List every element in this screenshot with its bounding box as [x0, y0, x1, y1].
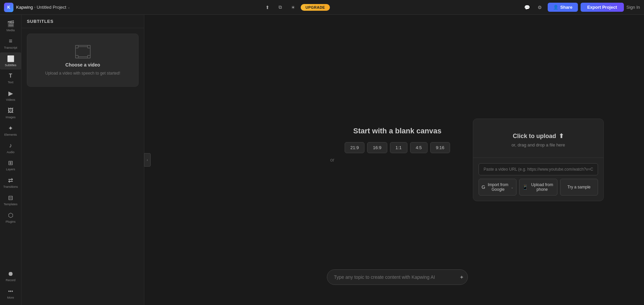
topbar-center: ⬆ ⧉ ☀ UPGRADE — [262, 2, 330, 12]
import-google-label: Import from Google — [487, 182, 509, 192]
topbar-left: K Kapwing › Untitled Project ⌄ — [4, 3, 70, 12]
sidebar-label-plugins: Plugins — [6, 220, 16, 224]
subtitles-icon: ⬜ — [7, 55, 14, 62]
upload-text-label: Click to upload — [513, 133, 556, 140]
ratio-9-16[interactable]: 9:16 — [430, 142, 450, 153]
upload-sub-text: or, drag and drop a file here — [511, 142, 565, 147]
sidebar-item-record[interactable]: ⏺ Record — [0, 267, 21, 285]
sidebar-item-templates[interactable]: ⊟ Templates — [0, 191, 21, 209]
sidebar-item-media[interactable]: 🎬 Media — [0, 17, 21, 35]
ai-submit-button[interactable]: ✦ — [459, 274, 464, 280]
gear-btn[interactable]: ⚙ — [535, 2, 545, 12]
chat-btn[interactable]: 💬 — [522, 2, 532, 12]
history-btn[interactable]: ⧉ — [275, 2, 285, 12]
blank-canvas-section: Start with a blank canvas 21:9 16:9 1:1 … — [345, 127, 450, 153]
record-icon: ⏺ — [7, 270, 14, 277]
upload-card: Click to upload ⬆ or, drag and drop a fi… — [473, 119, 604, 201]
sidebar-label-more: More — [7, 296, 14, 300]
share-button[interactable]: 👤 Share — [548, 3, 578, 12]
import-google-button[interactable]: G Import from Google ⌄ — [479, 179, 516, 195]
upgrade-button[interactable]: UPGRADE — [301, 4, 330, 11]
text-icon: T — [7, 72, 14, 80]
sidebar-label-templates: Templates — [4, 203, 17, 206]
share-label: Share — [560, 5, 573, 10]
sidebar-item-transitions[interactable]: ⇄ Transitions — [0, 174, 21, 191]
canvas-area: Start with a blank canvas 21:9 16:9 1:1 … — [151, 15, 644, 305]
sidebar-item-layers[interactable]: ⊞ Layers — [0, 157, 21, 174]
upload-main-text: Click to upload ⬆ — [513, 132, 564, 140]
audio-icon: ♪ — [7, 142, 14, 149]
upload-actions: G Import from Google ⌄ 📱 Upload from pho… — [479, 179, 598, 195]
panel-title: SUBTITLES — [21, 15, 144, 28]
sidebar: 🎬 Media ≡ Transcript ⬜ Subtitles T Text … — [0, 15, 21, 305]
blank-canvas-title: Start with a blank canvas — [353, 127, 442, 135]
body-layout: 🎬 Media ≡ Transcript ⬜ Subtitles T Text … — [0, 15, 644, 305]
export-button[interactable]: Export Project — [581, 3, 624, 12]
plugins-icon: ⬡ — [7, 212, 14, 219]
sidebar-label-transitions: Transitions — [3, 185, 18, 189]
sidebar-label-videos: Videos — [6, 98, 15, 102]
upload-phone-label: Upload from phone — [530, 182, 554, 192]
media-icon: 🎬 — [7, 20, 14, 28]
layers-icon: ⊞ — [7, 159, 14, 167]
ratio-buttons: 21:9 16:9 1:1 4:5 9:16 — [345, 142, 450, 153]
video-url-input[interactable] — [479, 163, 598, 175]
try-sample-button[interactable]: Try a sample — [560, 179, 598, 195]
app-name: Kapwing — [16, 5, 33, 10]
upload-drop-zone[interactable]: Click to upload ⬆ or, drag and drop a fi… — [473, 119, 603, 158]
ai-topic-input[interactable] — [327, 269, 468, 285]
project-chevron: ⌄ — [67, 5, 70, 9]
topbar-right: 💬 ⚙ 👤 Share Export Project Sign In — [522, 2, 640, 12]
more-icon: ••• — [7, 288, 14, 295]
transcript-icon: ≡ — [7, 38, 14, 45]
import-google-chevron: ⌄ — [511, 185, 513, 189]
sidebar-label-audio: Audio — [7, 150, 14, 154]
ratio-1-1[interactable]: 1:1 — [390, 142, 407, 153]
share-icon-btn[interactable]: ⬆ — [262, 2, 273, 12]
ratio-4-5[interactable]: 4:5 — [410, 142, 428, 153]
settings-btn[interactable]: ☀ — [288, 2, 298, 12]
sidebar-label-record: Record — [6, 278, 15, 282]
sidebar-item-images[interactable]: 🖼 Images — [0, 104, 21, 122]
sidebar-item-subtitles[interactable]: ⬜ Subtitles — [0, 52, 21, 70]
sidebar-item-audio[interactable]: ♪ Audio — [0, 139, 21, 157]
choose-video-subtitle: Upload a video with speech to get starte… — [45, 71, 120, 76]
upload-phone-button[interactable]: 📱 Upload from phone — [519, 179, 557, 195]
choose-video-card[interactable]: Choose a video Upload a video with speec… — [27, 34, 139, 87]
sidebar-item-more[interactable]: ••• More — [0, 285, 21, 302]
ratio-16-9[interactable]: 16:9 — [367, 142, 387, 153]
images-icon: 🖼 — [7, 107, 14, 115]
topbar: K Kapwing › Untitled Project ⌄ ⬆ ⧉ ☀ UPG… — [0, 0, 644, 15]
videos-icon: ▶ — [7, 90, 14, 97]
ratio-21-9[interactable]: 21:9 — [345, 142, 364, 153]
sidebar-item-plugins[interactable]: ⬡ Plugins — [0, 209, 21, 226]
google-icon: G — [482, 184, 485, 190]
phone-icon: 📱 — [522, 184, 528, 190]
sidebar-item-text[interactable]: T Text — [0, 70, 21, 87]
panel-collapse-button[interactable]: ‹ — [144, 153, 151, 167]
sidebar-label-layers: Layers — [6, 168, 15, 171]
or-divider: or — [330, 157, 334, 163]
choose-video-title: Choose a video — [65, 62, 100, 68]
sidebar-label-media: Media — [6, 29, 15, 32]
film-icon — [75, 45, 91, 59]
subtitles-panel: SUBTITLES Choose a video Upload a video … — [21, 15, 144, 305]
sidebar-item-videos[interactable]: ▶ Videos — [0, 87, 21, 104]
upload-url-section: G Import from Google ⌄ 📱 Upload from pho… — [473, 158, 603, 201]
svg-rect-0 — [76, 45, 90, 58]
ai-input-bar: ✦ — [327, 269, 468, 285]
panel-content: Choose a video Upload a video with speec… — [21, 28, 144, 305]
sidebar-item-transcript[interactable]: ≡ Transcript — [0, 35, 21, 52]
sidebar-label-elements: Elements — [4, 133, 17, 137]
transitions-icon: ⇄ — [7, 177, 14, 184]
upload-arrow-icon: ⬆ — [559, 132, 564, 140]
share-user-icon: 👤 — [553, 5, 558, 10]
sidebar-item-elements[interactable]: ✦ Elements — [0, 122, 21, 139]
breadcrumb: Kapwing › Untitled Project ⌄ — [16, 5, 70, 10]
signin-button[interactable]: Sign In — [627, 5, 640, 10]
sidebar-label-text: Text — [8, 81, 13, 84]
sidebar-bottom: ⏺ Record ••• More — [0, 267, 21, 302]
sidebar-label-images: Images — [6, 116, 16, 119]
sidebar-label-subtitles: Subtitles — [5, 63, 16, 67]
project-name: Untitled Project — [37, 5, 66, 10]
